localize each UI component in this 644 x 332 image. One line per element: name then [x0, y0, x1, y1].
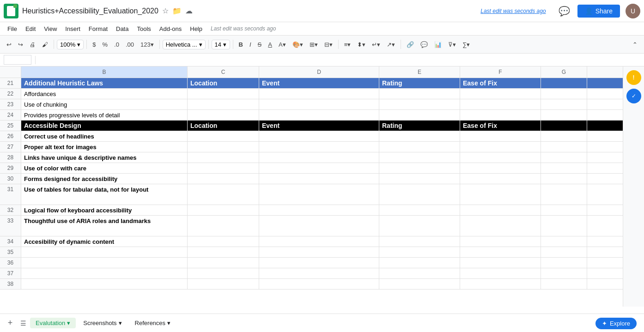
cell-g30[interactable]	[541, 174, 587, 184]
cell-e21[interactable]: Rating	[379, 78, 460, 88]
borders-button[interactable]: ⊞▾	[307, 39, 321, 50]
cell-g29[interactable]	[541, 163, 587, 173]
cell-d26[interactable]	[259, 131, 379, 141]
undo-button[interactable]: ↩	[4, 39, 14, 50]
percent-button[interactable]: %	[99, 39, 110, 50]
add-sheet-button[interactable]: +	[4, 317, 17, 330]
cell-e26[interactable]	[379, 131, 460, 141]
cell-f21[interactable]: Ease of Fix	[460, 78, 541, 88]
cell-b29[interactable]: Use of color with care	[21, 163, 188, 173]
chat-icon[interactable]: 💬	[557, 4, 572, 18]
cell-b38[interactable]	[21, 279, 188, 289]
cell-c27[interactable]	[188, 142, 259, 152]
cell-f36[interactable]	[460, 258, 541, 268]
col-header-b[interactable]: B	[21, 66, 188, 78]
cell-c26[interactable]	[188, 131, 259, 141]
cell-d22[interactable]	[259, 89, 379, 99]
cell-reference-input[interactable]	[4, 55, 31, 65]
menu-view[interactable]: View	[40, 24, 61, 33]
cell-f23[interactable]	[460, 99, 541, 109]
cell-d37[interactable]	[259, 268, 379, 278]
cell-b33[interactable]: Thoughtful use of ARIA roles and landmar…	[21, 216, 188, 236]
cell-d28[interactable]	[259, 152, 379, 163]
print-button[interactable]: 🖨	[27, 39, 38, 50]
cloud-icon[interactable]: ☁	[185, 6, 193, 15]
font-size-dropdown[interactable]: 14 ▾	[212, 40, 230, 49]
wrap-button[interactable]: ↵▾	[369, 39, 383, 50]
cell-c33[interactable]	[188, 216, 259, 236]
function-button[interactable]: ∑▾	[460, 39, 473, 50]
menu-data[interactable]: Data	[112, 24, 132, 33]
cell-d33[interactable]	[259, 216, 379, 236]
redo-button[interactable]: ↪	[15, 39, 26, 50]
cell-f25[interactable]: Ease of Fix	[460, 121, 541, 131]
last-edit-status[interactable]: Last edit was seconds ago	[211, 25, 276, 32]
cell-f33[interactable]	[460, 216, 541, 236]
cell-c21[interactable]: Location	[188, 78, 259, 88]
menu-help[interactable]: Help	[186, 24, 206, 33]
cell-d29[interactable]	[259, 163, 379, 173]
cell-f35[interactable]	[460, 247, 541, 257]
cell-d34[interactable]	[259, 236, 379, 247]
cell-f37[interactable]	[460, 268, 541, 278]
filter-button[interactable]: ⊽▾	[445, 39, 459, 50]
cell-d30[interactable]	[259, 174, 379, 184]
cell-f28[interactable]	[460, 152, 541, 163]
cell-b23[interactable]: Use of chunking	[21, 99, 188, 109]
cell-f31[interactable]	[460, 184, 541, 205]
fill-color-button[interactable]: 🎨▾	[290, 39, 306, 50]
cell-f26[interactable]	[460, 131, 541, 141]
chart-button[interactable]: 📊	[431, 39, 444, 50]
cell-f27[interactable]	[460, 142, 541, 152]
cell-e36[interactable]	[379, 258, 460, 268]
cell-c31[interactable]	[188, 184, 259, 205]
cell-c24[interactable]	[188, 110, 259, 120]
comment-button[interactable]: 💬	[418, 39, 431, 50]
cell-b27[interactable]: Proper alt text for images	[21, 142, 188, 152]
share-button[interactable]: 👤 Share	[577, 5, 620, 18]
cell-f22[interactable]	[460, 89, 541, 99]
cell-g37[interactable]	[541, 268, 587, 278]
cell-g38[interactable]	[541, 279, 587, 289]
cell-c37[interactable]	[188, 268, 259, 278]
cell-e22[interactable]	[379, 89, 460, 99]
number-format-button[interactable]: 123▾	[138, 39, 157, 50]
cell-e28[interactable]	[379, 152, 460, 163]
tab-screenshots[interactable]: Screenshots ▾	[78, 318, 127, 328]
bold-button[interactable]: B	[236, 39, 246, 50]
valign-button[interactable]: ⬍▾	[354, 39, 368, 50]
cell-g28[interactable]	[541, 152, 587, 163]
cell-f29[interactable]	[460, 163, 541, 173]
cell-b21[interactable]: Additional Heuristic Laws	[21, 78, 188, 88]
cell-b26[interactable]: Correct use of headlines	[21, 131, 188, 141]
paint-format-button[interactable]: 🖌	[39, 39, 51, 50]
cell-e32[interactable]	[379, 205, 460, 215]
star-icon[interactable]: ☆	[162, 6, 169, 15]
cell-c28[interactable]	[188, 152, 259, 163]
menu-file[interactable]: File	[4, 24, 21, 33]
cell-b36[interactable]	[21, 258, 188, 268]
merge-button[interactable]: ⊟▾	[322, 39, 335, 50]
cell-g31[interactable]	[541, 184, 587, 205]
cell-d25[interactable]: Event	[259, 121, 379, 131]
cell-f38[interactable]	[460, 279, 541, 289]
sheet-list-button[interactable]: ☰	[20, 320, 26, 327]
hide-toolbar-button[interactable]: ⌃	[630, 39, 640, 50]
document-title[interactable]: Heuristics+Accessibility_Evaluation_2020	[22, 7, 158, 15]
cell-f30[interactable]	[460, 174, 541, 184]
col-header-d[interactable]: D	[259, 66, 379, 78]
rotate-button[interactable]: ↗▾	[384, 39, 398, 50]
cell-g25[interactable]	[541, 121, 587, 131]
cell-e35[interactable]	[379, 247, 460, 257]
cell-d36[interactable]	[259, 258, 379, 268]
cell-c34[interactable]	[188, 236, 259, 247]
zoom-dropdown[interactable]: 100% ▾	[57, 40, 84, 49]
cell-g27[interactable]	[541, 142, 587, 152]
col-header-f[interactable]: F	[460, 66, 541, 78]
cell-g24[interactable]	[541, 110, 587, 120]
tab-evalutation[interactable]: Evalutation ▾	[30, 318, 76, 328]
cell-b34[interactable]: Accesibility of dynamic content	[21, 236, 188, 247]
menu-insert[interactable]: Insert	[61, 24, 84, 33]
cell-g22[interactable]	[541, 89, 587, 99]
align-button[interactable]: ≡▾	[341, 39, 354, 50]
